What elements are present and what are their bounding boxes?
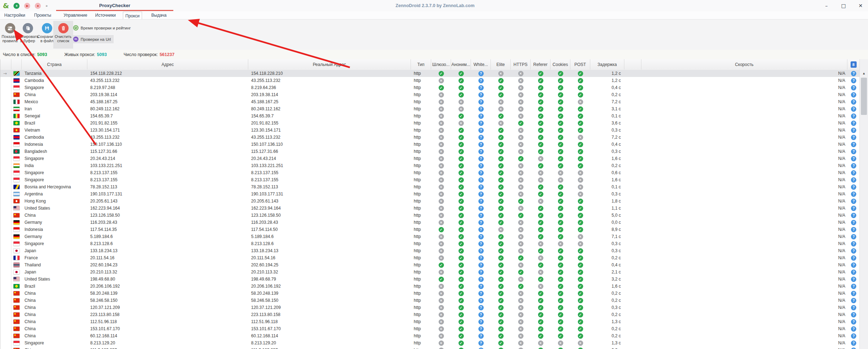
speed-help-icon[interactable]: ? [851, 192, 856, 197]
speed-help-icon[interactable]: ? [851, 298, 856, 303]
speed-help-icon[interactable]: ? [851, 106, 856, 112]
speed-help-icon[interactable]: ? [851, 170, 856, 176]
table-row[interactable]: Germany5.189.184.65.189.184.6http×✓?✓×✓✓… [0, 233, 860, 240]
play-button[interactable]: ▶ [24, 3, 30, 9]
menu-item-sources[interactable]: Источники [93, 11, 118, 19]
speed-help-icon[interactable]: ? [851, 113, 856, 119]
speed-help-icon[interactable]: ? [851, 284, 856, 289]
table-row[interactable]: Singapore8.219.97.2488.219.64.236http✓✓?… [0, 84, 860, 91]
column-header-real[interactable]: Реальный Адрес [248, 59, 411, 70]
column-header-s7[interactable]: POST [570, 59, 590, 70]
table-row[interactable]: United States162.223.94.164162.223.94.16… [0, 205, 860, 212]
speed-help-icon[interactable]: ? [851, 291, 856, 296]
menu-item-settings[interactable]: Настройки [2, 11, 27, 19]
speed-help-icon[interactable]: ? [851, 213, 856, 218]
table-row[interactable]: Singapore20.24.43.21420.24.43.214http×✓?… [0, 155, 860, 162]
table-row[interactable]: China153.101.67.170153.101.67.170http×✓?… [0, 325, 860, 332]
table-row[interactable]: Senegal154.65.39.7154.65.39.7http×✓?✓×✓✓… [0, 112, 860, 120]
table-row[interactable]: China111.3.183.207111.3.183.207http×✓?✓×… [0, 347, 860, 349]
table-row[interactable]: Indonesia117.54.114.35117.54.114.50http✓… [0, 226, 860, 233]
table-row[interactable]: Singapore8.213.137.1558.213.137.155http×… [0, 176, 860, 183]
menu-item-output[interactable]: Выдача [149, 11, 169, 19]
speed-help-icon[interactable]: ? [851, 121, 856, 126]
speed-help-icon[interactable]: ? [851, 227, 856, 232]
speed-help-icon[interactable]: ? [851, 199, 856, 204]
scrollbar-thumb[interactable] [861, 78, 867, 115]
column-header-gap[interactable] [624, 59, 641, 70]
speed-help-icon[interactable]: ? [851, 220, 856, 225]
column-header-s6[interactable]: Cookies [550, 59, 570, 70]
table-row[interactable]: China58.246.58.15058.246.58.150http×✓?✓×… [0, 297, 860, 304]
speed-help-icon[interactable]: ? [851, 248, 856, 254]
show-rules-button[interactable]: Показать правила [0, 21, 20, 43]
vertical-scrollbar[interactable]: ▲ [859, 59, 868, 349]
table-row[interactable]: China60.12.168.11460.12.168.114http×✓?✓×… [0, 332, 860, 339]
copy-to-clipboard-button[interactable]: Копировать в буфер [18, 21, 38, 43]
table-row[interactable]: Thailand202.60.194.23202.60.194.25http✓✓… [0, 261, 860, 268]
table-row[interactable]: Brazil201.91.82.155201.91.82.155http××?×… [0, 120, 860, 127]
column-header-flag[interactable] [11, 59, 22, 70]
speed-help-icon[interactable]: ? [851, 319, 856, 325]
table-row[interactable]: China223.113.80.158223.113.80.158http×✓?… [0, 311, 860, 318]
table-row[interactable]: Bangladesh115.127.31.66115.127.31.66http… [0, 148, 860, 155]
table-row[interactable]: China203.19.38.114203.19.38.114http×✓?✓×… [0, 91, 860, 98]
column-header-s5[interactable]: Referer [531, 59, 550, 70]
speed-help-icon[interactable]: ? [851, 92, 856, 98]
speed-help-icon[interactable]: ? [851, 85, 856, 90]
table-row[interactable]: France20.111.54.1620.111.54.16http×✓?✓✓×… [0, 254, 860, 261]
speed-help-icon[interactable]: ? [851, 312, 856, 317]
tab-proxychecker[interactable]: ProxyChecker [56, 0, 173, 11]
table-row[interactable]: Brazil20.206.106.19220.206.106.192http×✓… [0, 283, 860, 290]
table-row[interactable]: Argentina190.103.177.131190.103.177.131h… [0, 190, 860, 198]
speed-help-icon[interactable]: ? [851, 177, 856, 183]
table-row[interactable]: Japan20.210.113.3220.210.113.32http×✓?✓✓… [0, 268, 860, 276]
menu-item-projects[interactable]: Проекты [32, 11, 53, 19]
speed-help-icon[interactable]: ? [851, 255, 856, 261]
menu-item-management[interactable]: Управление [61, 11, 89, 19]
more-tabs-icon[interactable]: » [45, 4, 47, 8]
close-button[interactable]: ✕ [857, 3, 864, 9]
speed-help-icon[interactable]: ? [851, 262, 856, 268]
clear-list-button[interactable]: Очистить список [53, 21, 73, 49]
speed-help-icon[interactable]: ? [851, 156, 856, 161]
speed-help-icon[interactable]: ? [851, 99, 856, 105]
minimize-button[interactable]: – [823, 3, 830, 9]
speed-help-icon[interactable]: ? [851, 270, 856, 275]
column-header-type[interactable]: Тип [411, 59, 431, 70]
table-row[interactable]: India103.133.221.251103.133.221.251http×… [0, 162, 860, 169]
column-header-s4[interactable]: HTTPS [511, 59, 531, 70]
table-row[interactable]: →Tanzania154.118.228.212154.118.228.210h… [0, 70, 860, 77]
check-time-rating-button[interactable]: Время проверки и рейтинг [73, 25, 131, 31]
table-row[interactable]: China120.37.121.209120.37.121.209http×✓?… [0, 304, 860, 311]
speed-help-icon[interactable]: ? [851, 326, 856, 332]
speed-help-icon[interactable]: ? [851, 135, 856, 140]
speed-help-icon[interactable]: ? [851, 206, 856, 211]
column-header-country[interactable]: Страна [22, 59, 87, 70]
table-row[interactable]: Mexico45.188.167.2545.188.167.25http××?×… [0, 98, 860, 105]
table-row[interactable]: Cambodia43.255.113.23243.255.113.232http… [0, 134, 860, 141]
table-row[interactable]: Singapore8.213.137.1558.213.137.155http×… [0, 169, 860, 176]
column-header-g[interactable]: 8 [847, 59, 860, 70]
column-header-s1[interactable]: Аноним... [451, 59, 471, 70]
table-row[interactable]: Singapore8.213.128.68.213.128.6http×✓?✓×… [0, 240, 860, 247]
speed-help-icon[interactable]: ? [851, 128, 856, 133]
table-row[interactable]: Bosnia and Herzegovina78.28.152.11378.28… [0, 183, 860, 190]
speed-help-icon[interactable]: ? [851, 348, 856, 349]
speed-help-icon[interactable]: ? [851, 333, 856, 339]
speed-help-icon[interactable]: ? [851, 234, 856, 239]
speed-help-icon[interactable]: ? [851, 142, 856, 147]
speed-help-icon[interactable]: ? [851, 340, 856, 346]
speed-help-icon[interactable]: ? [851, 277, 856, 282]
stop-button[interactable]: ■ [35, 3, 41, 9]
check-on-url-button[interactable]: URL Проверки на Url [71, 35, 114, 43]
speed-help-icon[interactable]: ? [851, 149, 856, 154]
scroll-up-icon[interactable]: ▲ [860, 70, 868, 77]
column-header-s0[interactable]: Шлюзо... [431, 59, 451, 70]
speed-help-icon[interactable]: ? [851, 163, 856, 168]
table-row[interactable]: Singapore8.213.129.208.213.129.20http×✓?… [0, 339, 860, 347]
speed-help-icon[interactable]: ? [851, 241, 856, 246]
column-header-s3[interactable]: Elite [491, 59, 511, 70]
column-header-speed[interactable]: Скорость [641, 59, 847, 70]
add-button[interactable]: + [13, 3, 20, 9]
column-header-s2[interactable]: White... [471, 59, 491, 70]
